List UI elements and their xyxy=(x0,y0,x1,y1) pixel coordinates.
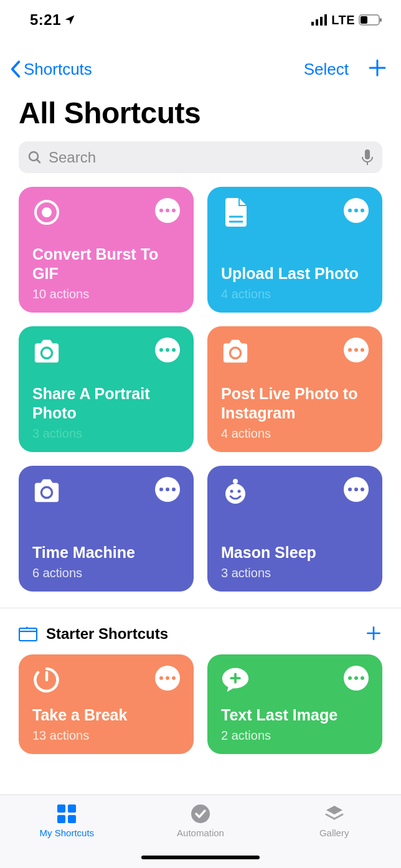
card-title: Mason Sleep xyxy=(221,543,369,562)
starters-grid: Take a Break13 actionsText Last Image2 a… xyxy=(0,654,401,754)
card-menu-button[interactable] xyxy=(155,337,180,362)
card-menu-button[interactable] xyxy=(155,666,180,691)
status-time: 5:21 xyxy=(30,11,76,29)
tab-gallery[interactable]: Gallery xyxy=(278,803,390,868)
shortcuts-grid: Convert Burst To GIF10 actionsUpload Las… xyxy=(0,173,401,592)
section-title: Starter Shortcuts xyxy=(46,625,356,643)
doc-icon xyxy=(221,198,250,227)
card-menu-button[interactable] xyxy=(344,198,369,223)
card-title: Post Live Photo to Instagram xyxy=(221,384,369,423)
shortcut-card[interactable]: Share A Portrait Photo3 actions xyxy=(19,326,194,452)
clock-text: 5:21 xyxy=(30,11,61,29)
svg-rect-32 xyxy=(57,815,65,823)
card-subtitle: 4 actions xyxy=(221,427,369,441)
card-subtitle: 6 actions xyxy=(32,566,180,580)
target-icon xyxy=(32,198,61,227)
svg-rect-2 xyxy=(320,17,323,26)
card-title: Time Machine xyxy=(32,543,180,562)
bubbleplus-icon xyxy=(221,666,250,694)
card-menu-button[interactable] xyxy=(155,198,180,223)
timer-icon xyxy=(32,666,61,694)
camera-icon xyxy=(32,337,61,366)
back-button[interactable]: Shortcuts xyxy=(9,60,92,79)
nav-bar: Shortcuts Select xyxy=(0,51,401,87)
stack-icon xyxy=(323,803,346,825)
svg-rect-30 xyxy=(57,804,65,813)
card-subtitle: 13 actions xyxy=(32,729,180,743)
tab-label: My Shortcuts xyxy=(40,828,95,838)
home-indicator[interactable] xyxy=(141,856,260,859)
location-icon xyxy=(64,14,76,26)
svg-rect-31 xyxy=(68,804,76,813)
svg-point-22 xyxy=(230,490,234,493)
shortcut-card[interactable]: Text Last Image2 actions xyxy=(207,654,382,754)
card-menu-button[interactable] xyxy=(155,477,180,502)
shortcut-card[interactable]: Post Live Photo to Instagram4 actions xyxy=(207,326,382,452)
camera-icon xyxy=(221,337,250,366)
section-header: Starter Shortcuts xyxy=(0,608,401,654)
card-subtitle: 10 actions xyxy=(32,287,180,301)
plus-icon xyxy=(365,625,382,642)
tab-my-shortcuts[interactable]: My Shortcuts xyxy=(11,803,123,868)
card-subtitle: 2 actions xyxy=(221,729,369,743)
add-starter-button[interactable] xyxy=(365,622,382,646)
plus-icon xyxy=(367,58,387,78)
card-title: Share A Portrait Photo xyxy=(32,384,180,423)
svg-rect-3 xyxy=(324,14,327,26)
card-subtitle: 4 actions xyxy=(221,287,369,301)
grid-icon xyxy=(55,803,78,825)
card-title: Text Last Image xyxy=(221,705,369,725)
card-subtitle: 3 actions xyxy=(32,427,180,441)
search-bar[interactable] xyxy=(19,141,382,173)
battery-icon xyxy=(359,14,382,26)
add-shortcut-button[interactable] xyxy=(367,57,387,82)
shortcut-card[interactable]: Take a Break13 actions xyxy=(19,654,194,754)
svg-point-14 xyxy=(43,209,50,216)
card-title: Upload Last Photo xyxy=(221,264,369,283)
cellular-icon xyxy=(311,14,328,26)
svg-rect-24 xyxy=(19,628,37,641)
tab-label: Gallery xyxy=(319,828,349,838)
chevron-left-icon xyxy=(9,60,22,78)
svg-rect-11 xyxy=(365,149,370,159)
tab-label: Automation xyxy=(177,828,224,838)
status-bar: 5:21 LTE xyxy=(0,0,401,34)
camera-icon xyxy=(32,477,61,506)
card-subtitle: 3 actions xyxy=(221,566,369,580)
page-title: All Shortcuts xyxy=(0,87,401,136)
svg-rect-0 xyxy=(311,22,314,26)
svg-point-21 xyxy=(233,479,238,484)
svg-rect-33 xyxy=(68,815,76,823)
card-menu-button[interactable] xyxy=(344,477,369,502)
card-title: Convert Burst To GIF xyxy=(32,245,180,284)
card-menu-button[interactable] xyxy=(344,337,369,362)
clock-check-icon xyxy=(189,803,212,825)
svg-rect-6 xyxy=(380,18,382,22)
svg-rect-1 xyxy=(316,19,318,26)
shortcut-card[interactable]: Time Machine6 actions xyxy=(19,466,194,592)
baby-icon xyxy=(221,477,250,506)
folder-icon xyxy=(19,626,37,641)
card-menu-button[interactable] xyxy=(344,666,369,691)
shortcut-card[interactable]: Mason Sleep3 actions xyxy=(207,466,382,592)
shortcut-card[interactable]: Upload Last Photo4 actions xyxy=(207,187,382,313)
search-icon xyxy=(27,150,42,165)
back-label: Shortcuts xyxy=(24,60,92,79)
svg-line-10 xyxy=(37,159,40,163)
svg-point-20 xyxy=(225,484,245,504)
network-label: LTE xyxy=(331,13,355,27)
status-right: LTE xyxy=(311,13,382,27)
microphone-icon[interactable] xyxy=(361,149,374,166)
search-input[interactable] xyxy=(49,149,355,166)
svg-rect-5 xyxy=(361,16,367,24)
svg-point-23 xyxy=(238,490,241,493)
svg-point-34 xyxy=(191,804,210,823)
select-button[interactable]: Select xyxy=(304,60,349,79)
shortcut-card[interactable]: Convert Burst To GIF10 actions xyxy=(19,187,194,313)
card-title: Take a Break xyxy=(32,705,180,725)
